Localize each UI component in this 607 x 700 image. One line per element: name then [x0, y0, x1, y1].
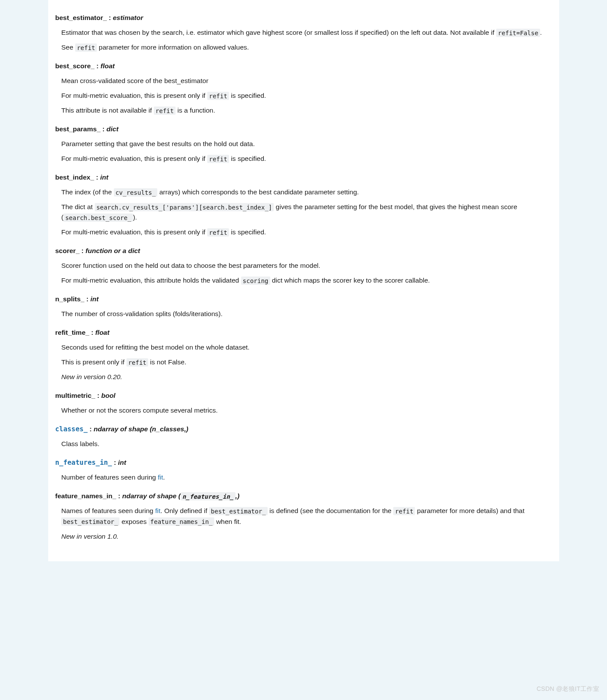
- fit-link[interactable]: fit: [158, 473, 163, 481]
- attr-desc: Seconds used for refitting the best mode…: [61, 342, 559, 382]
- attr-scorer: scorer_ : function or a dict: [55, 246, 559, 256]
- attr-desc: Mean cross-validated score of the best_e…: [61, 76, 559, 116]
- attr-desc: Estimator that was chosen by the search,…: [61, 27, 559, 53]
- version-note: New in version 0.20.: [61, 372, 559, 382]
- attr-n-splits: n_splits_ : int: [55, 294, 559, 304]
- attr-desc: Parameter setting that gave the best res…: [61, 139, 559, 164]
- attr-desc: Names of features seen during fit. Only …: [61, 506, 559, 541]
- attr-desc: The index (of the cv_results_ arrays) wh…: [61, 187, 559, 237]
- attr-best-params: best_params_ : dict: [55, 124, 559, 134]
- attr-desc: Whether or not the scorers compute sever…: [61, 405, 559, 416]
- attr-classes: classes_ : ndarray of shape (n_classes,): [55, 424, 559, 434]
- watermark: CSDN @老狼IT工作室: [537, 684, 599, 694]
- version-note: New in version 1.0.: [61, 531, 559, 542]
- fit-link[interactable]: fit: [155, 507, 160, 514]
- attr-feature-names-in: feature_names_in_ : ndarray of shape (n_…: [55, 491, 559, 501]
- attr-best-index: best_index_ : int: [55, 172, 559, 183]
- n-features-in-link[interactable]: n_features_in_: [55, 459, 112, 466]
- attr-best-score: best_score_ : float: [55, 61, 559, 71]
- attr-refit-time: refit_time_ : float: [55, 327, 559, 338]
- attr-desc: Number of features seen during fit.: [61, 472, 559, 483]
- attr-n-features-in: n_features_in_ : int: [55, 457, 559, 468]
- attr-desc: Scorer function used on the held out dat…: [61, 260, 559, 286]
- attr-multimetric: multimetric_ : bool: [55, 390, 559, 401]
- classes-link[interactable]: classes_: [55, 425, 88, 433]
- attr-desc: Class labels.: [61, 439, 559, 449]
- attr-desc: The number of cross-validation splits (f…: [61, 309, 559, 319]
- attr-best-estimator: best_estimator_ : estimator: [55, 13, 559, 23]
